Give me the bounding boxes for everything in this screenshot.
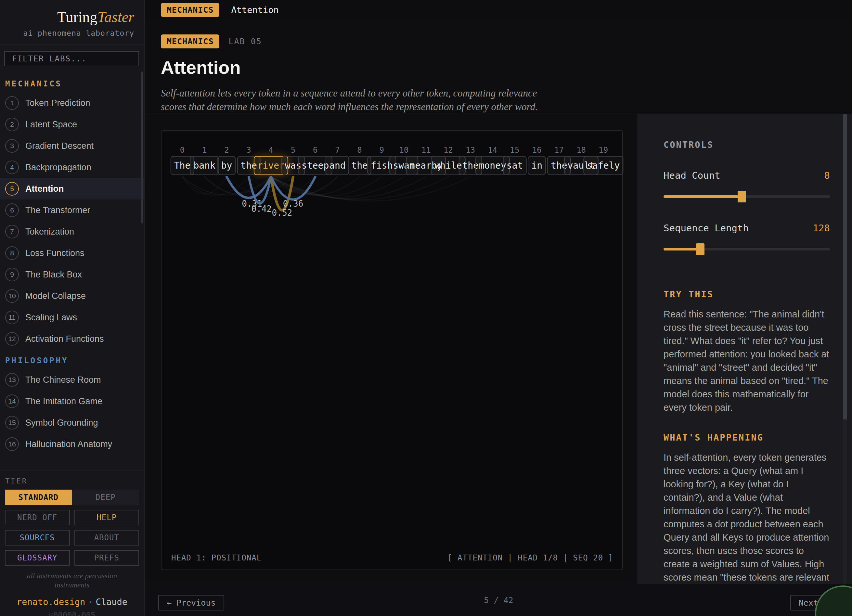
sidebar-item-the-imitation-game[interactable]: 14The Imitation Game bbox=[0, 391, 144, 412]
attention-visualization-panel: 0The1bank2by3the4river5was6steep7and8the… bbox=[161, 130, 623, 570]
token-index: 13 bbox=[466, 146, 475, 155]
lab-number-badge: 10 bbox=[5, 289, 19, 303]
sidebar-scrollbar[interactable] bbox=[141, 71, 143, 223]
lab-label: Attention bbox=[25, 184, 64, 194]
token-7-and[interactable]: and bbox=[326, 156, 349, 175]
sidebar-item-attention[interactable]: 5Attention bbox=[0, 178, 144, 199]
lab-label: Hallucination Anatomy bbox=[25, 439, 112, 449]
slider-row: Head Count8 bbox=[663, 170, 830, 181]
lab-number-badge: 12 bbox=[5, 332, 19, 346]
token-index: 11 bbox=[421, 146, 431, 155]
sidebar-item-model-collapse[interactable]: 10Model Collapse bbox=[0, 285, 144, 307]
attention-arcs: 0.310.420.520.36 bbox=[162, 176, 622, 403]
lab-number: LAB 05 bbox=[228, 37, 261, 46]
lab-label: Tokenization bbox=[25, 227, 74, 237]
token-index: 4 bbox=[269, 146, 273, 155]
lab-label: Symbol Grounding bbox=[25, 418, 98, 428]
lab-label: Gradient Descent bbox=[25, 141, 94, 151]
token-index: 6 bbox=[313, 146, 317, 155]
help-button[interactable]: HELP bbox=[74, 510, 139, 525]
token-index: 15 bbox=[510, 146, 520, 155]
lab-label: The Chinese Room bbox=[25, 375, 101, 385]
head-mode-label: HEAD 1: POSITIONAL bbox=[171, 553, 261, 562]
lab-label: Token Prediction bbox=[25, 98, 90, 108]
credit-author-link[interactable]: renato.design bbox=[17, 597, 85, 607]
logo-block: TuringTaster ai phenomena laboratory bbox=[0, 0, 144, 45]
header-category-badge: MECHANICS bbox=[161, 35, 219, 48]
sequence-length-slider[interactable] bbox=[663, 243, 830, 255]
sidebar-item-backpropagation[interactable]: 4Backpropagation bbox=[0, 157, 144, 178]
lab-label: Activation Functions bbox=[25, 334, 104, 344]
lab-number-badge: 7 bbox=[5, 225, 19, 239]
credit-line: renato.design·Claude bbox=[0, 597, 144, 607]
lab-number-badge: 4 bbox=[5, 160, 19, 174]
prefs-button[interactable]: PREFS bbox=[74, 550, 139, 566]
lab-number-badge: 1 bbox=[5, 96, 19, 110]
token-index: 12 bbox=[444, 146, 453, 155]
lab-number-badge: 6 bbox=[5, 203, 19, 217]
whats-happening-body: In self-attention, every token generates… bbox=[663, 451, 830, 584]
token-index: 14 bbox=[488, 146, 497, 155]
slider-label: Sequence Length bbox=[663, 223, 749, 234]
lab-label: Loss Functions bbox=[25, 248, 85, 258]
logo-turing: Turing bbox=[57, 9, 97, 25]
lab-number-badge: 2 bbox=[5, 118, 19, 131]
token-1-bank[interactable]: bank bbox=[190, 156, 219, 175]
page-description: Self-attention lets every token in a seq… bbox=[161, 86, 548, 114]
lab-label: The Black Box bbox=[25, 270, 82, 280]
sidebar-item-the-chinese-room[interactable]: 13The Chinese Room bbox=[0, 369, 144, 391]
slider-thumb[interactable] bbox=[696, 243, 704, 255]
topbar-category-badge: MECHANICS bbox=[161, 3, 219, 17]
viz-status-readout: [ ATTENTION | HEAD 1/8 | SEQ 20 ] bbox=[447, 553, 613, 562]
sidebar: TuringTaster ai phenomena laboratory MEC… bbox=[0, 0, 145, 616]
token-15-sat[interactable]: sat bbox=[503, 156, 527, 175]
sidebar-item-scaling-laws[interactable]: 11Scaling Laws bbox=[0, 307, 144, 328]
token-16-in[interactable]: in bbox=[528, 156, 546, 175]
sidebar-item-gradient-descent[interactable]: 3Gradient Descent bbox=[0, 135, 144, 157]
lab-label: Model Collapse bbox=[25, 291, 86, 301]
topbar: MECHANICS Attention bbox=[145, 0, 852, 20]
sources-button[interactable]: SOURCES bbox=[5, 530, 70, 545]
token-index: 18 bbox=[576, 146, 586, 155]
nerd-off-button[interactable]: NERD OFF bbox=[5, 510, 70, 525]
sidebar-item-the-transformer[interactable]: 6The Transformer bbox=[0, 199, 144, 221]
sidebar-item-loss-functions[interactable]: 8Loss Functions bbox=[0, 242, 144, 264]
lab-number-badge: 16 bbox=[5, 437, 19, 451]
slider-row: Sequence Length128 bbox=[663, 223, 830, 234]
lab-number-badge: 13 bbox=[5, 373, 19, 387]
whats-happening-heading: WHAT'S HAPPENING bbox=[663, 432, 830, 442]
lab-number-badge: 8 bbox=[5, 246, 19, 260]
sidebar-item-token-prediction[interactable]: 1Token Prediction bbox=[0, 92, 144, 114]
right-panel-scrollthumb[interactable] bbox=[843, 114, 847, 420]
app-subtitle: ai phenomena laboratory bbox=[0, 29, 134, 37]
sidebar-item-symbol-grounding[interactable]: 15Symbol Grounding bbox=[0, 412, 144, 433]
tier-option-standard[interactable]: STANDARD bbox=[5, 490, 72, 505]
sidebar-item-hallucination-anatomy[interactable]: 16Hallucination Anatomy bbox=[0, 433, 144, 455]
tier-option-deep[interactable]: DEEP bbox=[72, 490, 139, 505]
sidebar-item-activation-functions[interactable]: 12Activation Functions bbox=[0, 328, 144, 350]
glossary-button[interactable]: GLOSSARY bbox=[5, 550, 70, 566]
token-2-by[interactable]: by bbox=[218, 156, 236, 175]
token-index: 19 bbox=[598, 146, 608, 155]
filter-labs-input[interactable] bbox=[4, 51, 139, 66]
lab-label: Latent Space bbox=[25, 119, 77, 130]
sidebar-item-latent-space[interactable]: 2Latent Space bbox=[0, 114, 144, 135]
pager-position: 5 / 42 bbox=[145, 584, 852, 616]
app-logo[interactable]: TuringTaster bbox=[0, 8, 134, 26]
slider-value: 8 bbox=[824, 170, 830, 181]
sidebar-item-the-black-box[interactable]: 9The Black Box bbox=[0, 264, 144, 285]
section-header-philosophy: PHILOSOPHY bbox=[5, 356, 144, 365]
head-count-slider[interactable] bbox=[663, 191, 830, 202]
slider-thumb[interactable] bbox=[738, 191, 746, 202]
sidebar-item-tokenization[interactable]: 7Tokenization bbox=[0, 221, 144, 242]
token-19-safely[interactable]: safely bbox=[583, 156, 623, 175]
token-index: 3 bbox=[246, 146, 251, 155]
about-button[interactable]: ABOUT bbox=[74, 530, 139, 545]
right-panel-scrollbar[interactable] bbox=[843, 114, 847, 584]
lab-number-badge: 14 bbox=[5, 394, 19, 408]
token-index: 1 bbox=[202, 146, 207, 155]
right-panel: CONTROLS Head Count8Sequence Length128 T… bbox=[637, 114, 852, 584]
topbar-breadcrumb-title: Attention bbox=[231, 5, 278, 15]
lab-label: The Transformer bbox=[25, 205, 90, 215]
tier-label: TIER bbox=[5, 477, 144, 485]
